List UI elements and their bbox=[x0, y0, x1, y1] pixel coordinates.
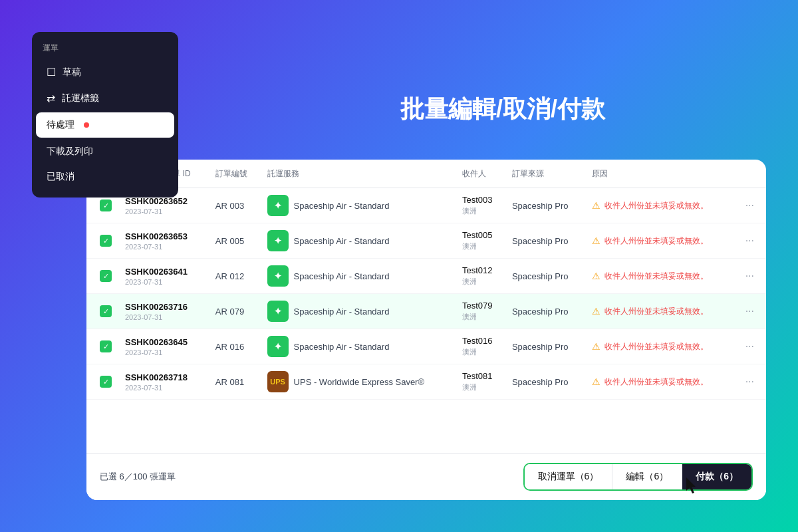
row-source-cell: Spaceship Pro bbox=[505, 294, 585, 329]
row-more-cell[interactable]: ··· bbox=[733, 329, 766, 364]
pending-label: 待處理 bbox=[47, 119, 74, 131]
row-more-cell[interactable]: ··· bbox=[733, 259, 766, 294]
row-recipient-cell: Test079 澳洲 bbox=[456, 294, 505, 329]
row-checkbox[interactable]: ✓ bbox=[100, 270, 112, 282]
warning-icon: ⚠ bbox=[592, 341, 600, 352]
edit-button[interactable]: 編輯（6） bbox=[612, 464, 682, 489]
row-error-cell: ⚠ 收件人州份並未填妥或無效。 bbox=[585, 259, 733, 294]
row-order-num-cell: AR 016 bbox=[209, 329, 261, 364]
row-checkbox-cell[interactable]: ✓ bbox=[86, 294, 118, 329]
service-logo: ✦ bbox=[267, 230, 289, 251]
sidebar-item-label: 託運標籤 bbox=[62, 92, 99, 104]
row-more-cell[interactable]: ··· bbox=[733, 364, 766, 400]
warning-icon: ⚠ bbox=[592, 200, 600, 211]
row-checkbox-cell[interactable]: ✓ bbox=[86, 259, 118, 294]
row-checkbox-cell[interactable]: ✓ bbox=[86, 329, 118, 364]
warning-icon: ⚠ bbox=[592, 235, 600, 246]
recipient-region: 澳洲 bbox=[462, 241, 499, 251]
row-error-cell: ⚠ 收件人州份並未填妥或無效。 bbox=[585, 329, 733, 364]
table-row: ✓ SSHK00263716 2023-07-31 AR 079 ✦ Space… bbox=[86, 294, 766, 329]
row-id-cell: SSHK00263716 2023-07-31 bbox=[118, 294, 209, 329]
row-more-cell[interactable]: ··· bbox=[733, 223, 766, 259]
order-num: AR 003 bbox=[215, 201, 244, 211]
page-title: 批量編輯/取消/付款 bbox=[239, 93, 766, 126]
row-error-cell: ⚠ 收件人州份並未填妥或無效。 bbox=[585, 294, 733, 329]
order-id: SSHK00263716 bbox=[125, 302, 202, 312]
order-date: 2023-07-31 bbox=[125, 243, 202, 251]
recipient-name: Test005 bbox=[462, 230, 499, 240]
table-wrap: ✓ Spaceship 運單 ID 訂單編號 託運服務 收件人 訂單來源 原因 … bbox=[86, 160, 766, 453]
recipient-name: Test016 bbox=[462, 336, 499, 346]
row-more-cell[interactable]: ··· bbox=[733, 294, 766, 329]
sidebar-item-shipping-labels[interactable]: ⇄ 託運標籤 bbox=[36, 85, 174, 111]
cancelled-label: 已取消 bbox=[47, 171, 74, 183]
order-id: SSHK00263645 bbox=[125, 337, 202, 347]
order-date: 2023-07-31 bbox=[125, 384, 202, 392]
recipient-region: 澳洲 bbox=[462, 382, 499, 392]
row-service-cell: ✦ Spaceship Air - Standard bbox=[261, 223, 456, 259]
row-checkbox-cell[interactable]: ✓ bbox=[86, 364, 118, 400]
row-recipient-cell: Test005 澳洲 bbox=[456, 223, 505, 259]
service-logo: ✦ bbox=[267, 301, 289, 322]
sidebar: 運單 ☐ 草稿 ⇄ 託運標籤 待處理 下載及列印 已取消 bbox=[32, 32, 178, 198]
row-checkbox[interactable]: ✓ bbox=[100, 235, 112, 247]
row-checkbox[interactable]: ✓ bbox=[100, 340, 112, 352]
row-checkbox-cell[interactable]: ✓ bbox=[86, 223, 118, 259]
row-source-cell: Spaceship Pro bbox=[505, 329, 585, 364]
pending-badge bbox=[84, 122, 89, 128]
warning-icon: ⚠ bbox=[592, 306, 600, 317]
more-options-button[interactable]: ··· bbox=[740, 303, 759, 320]
footer-actions: 取消運單（6） 編輯（6） 付款（6） bbox=[523, 463, 753, 491]
service-name: UPS - Worldwide Express Saver® bbox=[294, 377, 424, 387]
order-date: 2023-07-31 bbox=[125, 207, 202, 215]
error-message: 收件人州份並未填妥或無效。 bbox=[604, 271, 708, 282]
pay-button[interactable]: 付款（6） bbox=[682, 464, 751, 489]
row-recipient-cell: Test012 澳洲 bbox=[456, 259, 505, 294]
sidebar-header: 運單 bbox=[32, 40, 178, 59]
order-date: 2023-07-31 bbox=[125, 313, 202, 321]
order-num: AR 012 bbox=[215, 271, 244, 281]
row-service-cell: ✦ Spaceship Air - Standard bbox=[261, 259, 456, 294]
col-header-service: 託運服務 bbox=[261, 160, 456, 188]
more-options-button[interactable]: ··· bbox=[740, 232, 759, 249]
service-name: Spaceship Air - Standard bbox=[294, 342, 390, 352]
row-order-num-cell: AR 005 bbox=[209, 223, 261, 259]
more-options-button[interactable]: ··· bbox=[740, 197, 759, 214]
order-num: AR 081 bbox=[215, 377, 244, 387]
table-row: ✓ SSHK00263653 2023-07-31 AR 005 ✦ Space… bbox=[86, 223, 766, 259]
row-id-cell: SSHK00263653 2023-07-31 bbox=[118, 223, 209, 259]
row-order-num-cell: AR 012 bbox=[209, 259, 261, 294]
footer: 已選 6／100 張運單 取消運單（6） 編輯（6） 付款（6） bbox=[86, 453, 766, 500]
row-checkbox[interactable]: ✓ bbox=[100, 200, 112, 211]
order-id: SSHK00263641 bbox=[125, 267, 202, 277]
sidebar-item-draft[interactable]: ☐ 草稿 bbox=[36, 59, 174, 85]
cancel-orders-button[interactable]: 取消運單（6） bbox=[525, 464, 613, 489]
order-num: AR 005 bbox=[215, 236, 244, 246]
recipient-region: 澳洲 bbox=[462, 312, 499, 322]
sidebar-item-download-print[interactable]: 下載及列印 bbox=[36, 139, 174, 164]
sidebar-item-label: 草稿 bbox=[63, 66, 81, 78]
more-options-button[interactable]: ··· bbox=[740, 373, 759, 390]
service-name: Spaceship Air - Standard bbox=[294, 307, 390, 317]
row-checkbox[interactable]: ✓ bbox=[100, 305, 112, 317]
row-more-cell[interactable]: ··· bbox=[733, 188, 766, 223]
table-row: ✓ SSHK00263645 2023-07-31 AR 016 ✦ Space… bbox=[86, 329, 766, 364]
sidebar-item-pending[interactable]: 待處理 bbox=[36, 112, 174, 138]
row-error-cell: ⚠ 收件人州份並未填妥或無效。 bbox=[585, 364, 733, 400]
row-order-num-cell: AR 081 bbox=[209, 364, 261, 400]
service-name: Spaceship Air - Standard bbox=[294, 236, 390, 246]
sidebar-item-cancelled[interactable]: 已取消 bbox=[36, 164, 174, 190]
download-print-label: 下載及列印 bbox=[47, 146, 93, 158]
warning-icon: ⚠ bbox=[592, 376, 600, 387]
row-checkbox[interactable]: ✓ bbox=[100, 376, 112, 388]
service-name: Spaceship Air - Standard bbox=[294, 201, 390, 211]
service-logo: UPS bbox=[267, 371, 289, 392]
more-options-button[interactable]: ··· bbox=[740, 338, 759, 355]
source: Spaceship Pro bbox=[512, 201, 569, 211]
row-service-cell: ✦ Spaceship Air - Standard bbox=[261, 294, 456, 329]
col-header-recipient: 收件人 bbox=[456, 160, 505, 188]
more-options-button[interactable]: ··· bbox=[740, 267, 759, 285]
draft-icon: ☐ bbox=[47, 66, 56, 78]
service-logo: ✦ bbox=[267, 195, 289, 216]
warning-icon: ⚠ bbox=[592, 271, 600, 281]
